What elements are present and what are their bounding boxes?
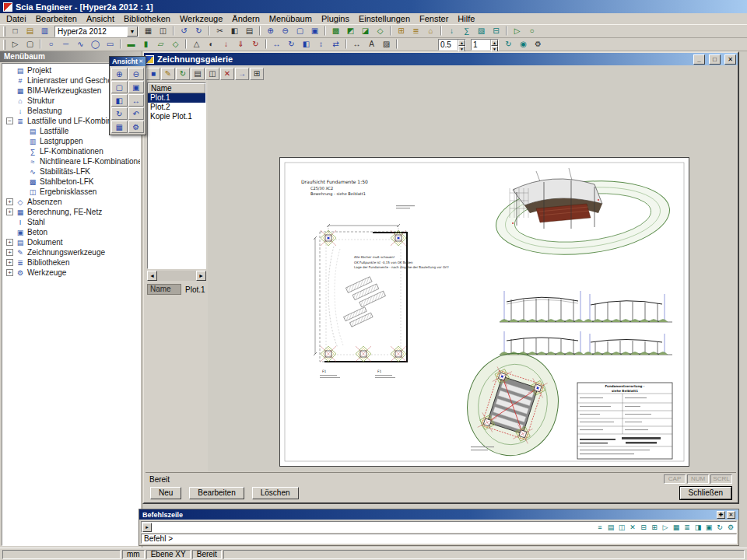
sidebar-item-werkzeuge[interactable]: + ⚙ Werkzeuge [2, 268, 140, 278]
gallery-title-bar[interactable]: Zeichnungsgalerie _ □ ✕ [144, 53, 738, 65]
moment-load-icon[interactable]: ↻ [248, 39, 263, 51]
chevron-down-icon[interactable]: ▼ [127, 26, 138, 37]
zoom-out-icon[interactable]: ⊖ [128, 68, 145, 80]
toolbar-separator[interactable] [324, 26, 326, 36]
toolbar-separator[interactable] [173, 26, 174, 36]
stretch-tool-icon[interactable]: ↕ [314, 39, 328, 51]
tree-expander[interactable] [6, 97, 13, 104]
update-plot-icon[interactable]: ↻ [176, 68, 190, 80]
sidebar-item-lf-kombinationen[interactable]: ∑ LF-Kombinationen [2, 146, 140, 156]
tree-expander[interactable]: + [6, 259, 13, 266]
sidebar-item-lastgruppen[interactable]: ▥ Lastgruppen [2, 136, 140, 146]
rectangle-icon[interactable]: ▭ [103, 39, 117, 51]
sidebar-item-ergebnisklassen[interactable]: ◫ Ergebnisklassen [2, 187, 140, 197]
project-combobox[interactable]: Hyper2a 2012 ▼ [54, 26, 139, 37]
count-spinner-value[interactable]: 1 [472, 40, 490, 50]
refresh-icon[interactable]: ↻ [501, 39, 516, 51]
loeschen-button[interactable]: Löschen [252, 487, 299, 499]
command-save-icon[interactable]: ▤ [605, 523, 616, 532]
zoom-in-icon[interactable]: ⊕ [263, 26, 278, 37]
copy-plot-icon[interactable]: ◫ [205, 68, 219, 80]
command-copy-icon[interactable]: ◫ [616, 523, 627, 532]
plot-list-header[interactable]: Name [148, 83, 205, 93]
list-item-plot-2[interactable]: Plot.2 [148, 103, 205, 112]
copy-icon[interactable]: ◧ [227, 26, 242, 37]
toolbar-separator[interactable] [185, 39, 187, 49]
tree-expander[interactable] [19, 148, 26, 155]
command-grid-icon[interactable]: ▦ [671, 523, 682, 532]
zoom-out-icon[interactable]: ⊖ [278, 26, 293, 37]
toolbar-separator[interactable] [440, 26, 442, 36]
dimension-tool-icon[interactable]: ↔ [349, 39, 364, 51]
pan-view-icon[interactable]: ↔ [128, 94, 145, 107]
calculate-icon[interactable]: ⊟ [489, 26, 503, 37]
menu-menuebaum[interactable]: Menübaum [265, 14, 317, 23]
mesh-tool-icon[interactable]: ▨ [474, 26, 489, 37]
text-tool-icon[interactable]: A [364, 39, 379, 51]
point-icon[interactable]: ○ [44, 39, 58, 51]
pin-icon[interactable]: ✚ [717, 511, 725, 519]
spinner-up-icon[interactable]: ▲ [491, 40, 498, 46]
tree-expander[interactable] [19, 158, 26, 165]
print-preview-icon[interactable]: ◫ [156, 26, 170, 37]
toolbar-separator[interactable] [120, 39, 121, 49]
close-button[interactable]: ✕ [724, 54, 736, 65]
sidebar-item-absenzen[interactable]: + ◇ Absenzen [2, 197, 140, 207]
drawing-canvas[interactable]: Draufsicht Fundamente 1:50 C25/30 XC2 Be… [208, 65, 736, 471]
export-plot-icon[interactable]: → [235, 68, 249, 80]
command-window-titlebar[interactable]: Befehlszeile ✚ ✕ [139, 509, 738, 520]
sidebar-item-nichtlineare-lf-kombinationen[interactable]: ≈ Nichtlineare LF-Kombinationen [2, 156, 140, 166]
bearbeiten-button[interactable]: Bearbeiten [189, 487, 244, 499]
scale-spinner[interactable]: 0.5 ▲▼ [438, 39, 466, 51]
print-plot-icon[interactable]: ▤ [191, 68, 205, 80]
settings-icon[interactable]: ⚙ [531, 39, 545, 51]
array-tool-icon[interactable]: ⇄ [328, 39, 343, 51]
tree-expander[interactable] [6, 67, 13, 74]
units-cell[interactable]: mm [122, 550, 145, 559]
zoom-window-icon[interactable]: ▢ [111, 81, 128, 93]
sidebar-item-stabilitaets-lfk[interactable]: ∿ Stabilitäts-LFK [2, 166, 140, 177]
zoom-window-icon[interactable]: ▢ [293, 26, 307, 37]
count-spinner[interactable]: 1 ▲▼ [471, 39, 499, 51]
delete-plot-icon[interactable]: ✕ [220, 68, 234, 80]
toolbar-separator[interactable] [345, 39, 347, 49]
spinner-up-icon[interactable]: ▲ [458, 40, 465, 46]
tree-expander[interactable] [6, 87, 13, 94]
plot-list-hscrollbar[interactable]: ◄ ► [147, 271, 206, 281]
toolbar-separator[interactable] [209, 26, 210, 36]
load-case-tool-icon[interactable]: ↓ [444, 26, 459, 37]
node-icon[interactable]: ○ [524, 26, 539, 37]
toolbar-separator[interactable] [265, 39, 267, 49]
tree-expander[interactable] [6, 77, 13, 84]
scroll-left-icon[interactable]: ◄ [147, 271, 157, 281]
toolbar-separator[interactable] [396, 39, 398, 49]
menu-bibliotheken[interactable]: Bibliotheken [119, 14, 175, 23]
plane-cell[interactable]: Ebene XY [146, 550, 191, 559]
command-refresh-icon[interactable]: ↻ [714, 523, 725, 532]
ucs-icon[interactable]: ⌂ [423, 26, 438, 37]
view-settings-icon[interactable]: ⚙ [128, 121, 145, 133]
zoom-in-icon[interactable]: ⊕ [111, 68, 128, 80]
grid-snap-icon[interactable]: ⊞ [394, 26, 409, 37]
toolbar-grip[interactable] [3, 26, 5, 37]
command-clear-icon[interactable]: ✕ [627, 523, 638, 532]
combination-tool-icon[interactable]: ∑ [459, 26, 474, 37]
menu-plugins[interactable]: Plugins [317, 14, 354, 23]
point-load-icon[interactable]: ↓ [219, 39, 233, 51]
paste-icon[interactable]: ▤ [242, 26, 257, 37]
tree-expander[interactable] [6, 107, 13, 114]
perspective-icon[interactable]: ◇ [373, 26, 388, 37]
selection-box-icon[interactable]: ▢ [23, 39, 37, 51]
close-icon[interactable]: ✕ [139, 58, 143, 65]
clip-box-icon[interactable]: ▦ [111, 121, 128, 133]
layer-icon[interactable]: ≣ [409, 26, 423, 37]
shell-icon[interactable]: ◇ [168, 39, 183, 51]
sidebar-item-bibliotheken[interactable]: + ≣ Bibliotheken [2, 257, 140, 268]
tree-expander[interactable] [19, 178, 26, 185]
menu-hilfe[interactable]: Hilfe [453, 14, 479, 23]
sidebar-item-beton[interactable]: ▣ Beton [2, 227, 140, 237]
rotate-view-icon[interactable]: ↻ [111, 107, 128, 120]
previous-view-icon[interactable]: ↶ [128, 107, 145, 120]
cut-icon[interactable]: ✂ [212, 26, 227, 37]
command-input[interactable]: Befehl > [141, 534, 737, 544]
